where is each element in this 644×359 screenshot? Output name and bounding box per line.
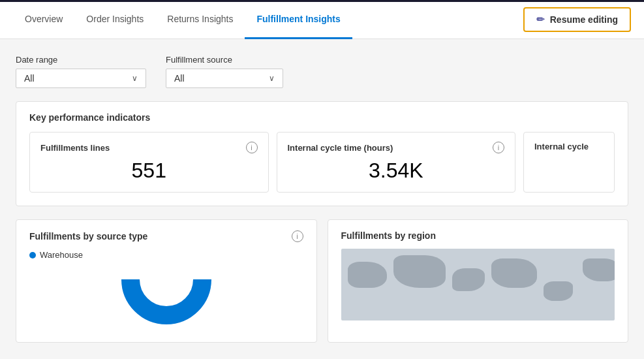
info-icon-2[interactable]: i bbox=[493, 142, 504, 153]
tab-overview[interactable]: Overview bbox=[13, 0, 74, 39]
source-legend-warehouse: Warehouse bbox=[29, 250, 303, 260]
map-placeholder bbox=[341, 249, 615, 320]
map-continent-3 bbox=[452, 268, 485, 291]
chevron-down-icon-2: ∨ bbox=[269, 74, 275, 83]
kpi-cards-container: Fulfillments lines i 551 Internal cycle … bbox=[29, 132, 615, 193]
fulfillments-by-source-title: Fulfillments by source type bbox=[29, 231, 147, 242]
map-continent-2 bbox=[393, 255, 446, 288]
fulfillments-by-source-card: Fulfillments by source type i Warehouse bbox=[16, 219, 317, 343]
fulfillment-source-value: All bbox=[174, 73, 185, 84]
pencil-icon: ✏ bbox=[536, 14, 545, 25]
legend-dot-warehouse bbox=[29, 252, 36, 258]
fulfillments-by-region-card: Fulfillments by region bbox=[328, 219, 629, 343]
kpi-card-title-2: Internal cycle time (hours) bbox=[288, 143, 393, 153]
kpi-card-header-1: Fulfillments lines i bbox=[40, 142, 258, 153]
fulfillment-source-select[interactable]: All ∨ bbox=[166, 69, 283, 88]
kpi-card-title-1: Fulfillments lines bbox=[40, 143, 110, 153]
fulfillments-by-region-title: Fulfillments by region bbox=[341, 230, 436, 241]
kpi-section: Key performance indicators Fulfillments … bbox=[16, 101, 628, 206]
map-continent-5 bbox=[544, 281, 573, 301]
chevron-down-icon: ∨ bbox=[132, 74, 138, 83]
map-continent-4 bbox=[491, 258, 537, 288]
kpi-card-internal-cycle-partial: Internal cycle bbox=[523, 132, 615, 193]
kpi-card-header-2: Internal cycle time (hours) i bbox=[288, 142, 505, 153]
kpi-value-2: 3.54K bbox=[288, 159, 505, 183]
kpi-card-title-3: Internal cycle bbox=[534, 142, 589, 151]
donut-svg bbox=[114, 279, 219, 332]
bottom-charts-row: Fulfillments by source type i Warehouse bbox=[16, 219, 628, 343]
date-range-value: All bbox=[24, 73, 35, 84]
info-icon-source-chart[interactable]: i bbox=[292, 230, 303, 242]
donut-chart bbox=[114, 279, 219, 332]
resume-editing-button[interactable]: ✏ Resume editing bbox=[523, 7, 631, 32]
date-range-label: Date range bbox=[16, 55, 146, 65]
legend-label-warehouse: Warehouse bbox=[40, 250, 83, 260]
map-continent-6 bbox=[583, 258, 615, 281]
main-content: Date range All ∨ Fulfillment source All … bbox=[0, 39, 644, 343]
kpi-section-title: Key performance indicators bbox=[29, 112, 615, 123]
top-navigation: Overview Order Insights Returns Insights… bbox=[0, 0, 644, 39]
fulfillments-by-region-header: Fulfillments by region bbox=[341, 230, 615, 241]
kpi-value-1: 551 bbox=[40, 159, 258, 183]
tab-fulfillment-insights[interactable]: Fulfillment Insights bbox=[245, 0, 352, 39]
fulfillment-source-filter: Fulfillment source All ∨ bbox=[166, 55, 283, 88]
resume-editing-label: Resume editing bbox=[550, 14, 618, 25]
fulfillments-by-source-header: Fulfillments by source type i bbox=[29, 230, 303, 242]
donut-chart-area bbox=[29, 266, 303, 332]
date-range-select[interactable]: All ∨ bbox=[16, 69, 146, 88]
fulfillment-source-label: Fulfillment source bbox=[166, 55, 283, 65]
info-icon-1[interactable]: i bbox=[246, 142, 258, 153]
date-range-filter: Date range All ∨ bbox=[16, 55, 146, 88]
kpi-card-fulfillment-lines: Fulfillments lines i 551 bbox=[29, 132, 269, 193]
tab-returns-insights[interactable]: Returns Insights bbox=[155, 0, 245, 39]
tab-order-insights[interactable]: Order Insights bbox=[74, 0, 155, 39]
kpi-card-header-3: Internal cycle bbox=[534, 142, 604, 151]
map-continent-1 bbox=[348, 262, 387, 288]
kpi-card-internal-cycle-time: Internal cycle time (hours) i 3.54K bbox=[277, 132, 516, 193]
filters-row: Date range All ∨ Fulfillment source All … bbox=[16, 55, 628, 88]
